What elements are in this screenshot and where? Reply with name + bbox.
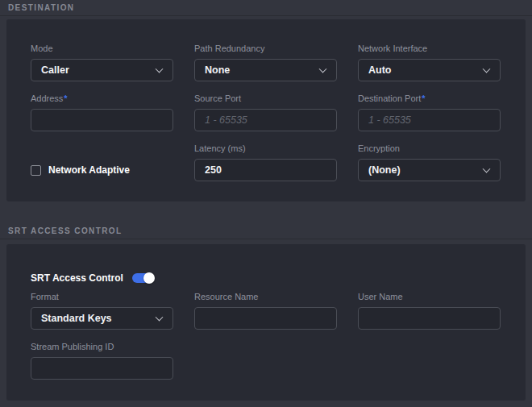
encryption-select-value: (None) [368,164,401,176]
chevron-down-icon [156,314,164,322]
network-adaptive-checkbox[interactable] [31,165,41,176]
chevron-down-icon [319,65,327,73]
field-network-interface: Network Interface Auto [358,44,501,81]
destination-port-input[interactable] [358,109,501,131]
format-label: Format [31,292,173,302]
encryption-select[interactable]: (None) [358,159,501,181]
destination-section-header: DESTINATION [0,0,532,16]
chevron-down-icon [156,65,164,73]
chevron-down-icon [483,65,491,73]
srt-access-control-toggle[interactable] [132,273,153,283]
field-path-redundancy: Path Redundancy None [194,44,337,81]
mode-select-value: Caller [41,64,69,76]
srt-access-control-panel: SRT Access Control Format Standard Keys … [6,244,526,401]
user-name-input[interactable] [358,307,501,330]
path-redundancy-label: Path Redundancy [194,44,337,54]
srt-access-control-toggle-row: SRT Access Control [31,272,501,284]
format-select[interactable]: Standard Keys [31,307,173,330]
address-label: Address* [31,93,173,104]
chevron-down-icon [483,165,491,173]
stream-publishing-id-input[interactable] [31,357,173,380]
source-port-input[interactable] [194,109,337,131]
network-interface-select[interactable]: Auto [358,59,501,81]
format-select-value: Standard Keys [41,313,112,324]
stream-publishing-id-label: Stream Publishing ID [31,342,173,352]
field-source-port: Source Port [194,93,337,131]
field-latency: Latency (ms) [194,143,337,181]
field-address: Address* [31,93,173,131]
resource-name-label: Resource Name [194,292,337,302]
srt-access-control-section-header: SRT ACCESS CONTROL [0,218,532,239]
address-input[interactable] [31,109,173,131]
encryption-label: Encryption [358,143,501,154]
network-adaptive-label: Network Adaptive [48,164,130,176]
toggle-knob-icon [143,272,155,284]
source-port-label: Source Port [194,93,337,104]
resource-name-input[interactable] [194,307,337,330]
destination-port-label: Destination Port* [358,93,501,104]
network-interface-label: Network Interface [358,44,501,54]
field-network-adaptive: Network Adaptive [31,143,173,181]
field-format: Format Standard Keys [31,292,173,330]
path-redundancy-select[interactable]: None [194,59,337,81]
latency-label: Latency (ms) [194,143,337,154]
required-asterisk: * [64,93,67,103]
field-stream-publishing-id: Stream Publishing ID [31,342,173,380]
required-asterisk: * [422,93,425,103]
network-interface-select-value: Auto [368,64,391,76]
mode-select[interactable]: Caller [31,59,173,81]
field-encryption: Encryption (None) [358,143,501,181]
latency-input[interactable] [194,159,337,181]
field-user-name: User Name [358,292,501,330]
field-mode: Mode Caller [31,44,173,81]
srt-access-control-toggle-label: SRT Access Control [31,272,123,284]
destination-panel: Mode Caller Path Redundancy None Network… [6,19,526,201]
field-destination-port: Destination Port* [358,93,501,131]
field-resource-name: Resource Name [194,292,337,330]
path-redundancy-select-value: None [205,64,230,76]
user-name-label: User Name [358,292,501,302]
mode-label: Mode [31,44,173,54]
